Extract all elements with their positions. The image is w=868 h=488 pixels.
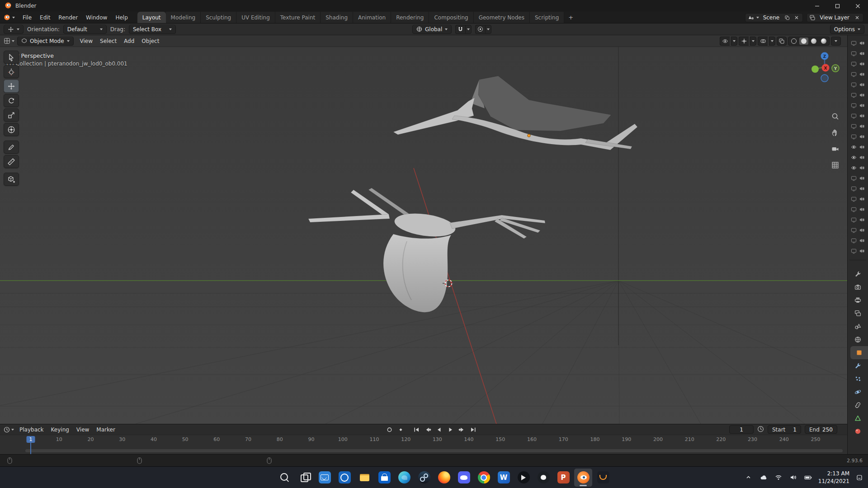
- maximize-button[interactable]: [827, 0, 848, 12]
- taskbar-icon-task-view[interactable]: [296, 469, 314, 487]
- snap-toggle-button[interactable]: [455, 25, 465, 34]
- taskbar-icon-blender[interactable]: [574, 469, 592, 487]
- viewport-canvas[interactable]: [0, 47, 847, 424]
- annotate-tool[interactable]: [4, 141, 19, 154]
- taskbar-icon-file-explorer[interactable]: [355, 469, 373, 487]
- remove-view-layer-button[interactable]: [854, 14, 861, 21]
- drag-dropdown[interactable]: Select Box: [129, 25, 176, 34]
- navigation-gizmo[interactable]: Y Z X: [807, 50, 842, 85]
- outliner-row[interactable]: [848, 69, 868, 80]
- unlink-scene-button[interactable]: [793, 14, 800, 21]
- 3d-viewport[interactable]: Object Mode ViewSelectAddObject: [0, 35, 847, 424]
- shading-wireframe-button[interactable]: [789, 38, 798, 45]
- outliner-row[interactable]: [848, 163, 868, 173]
- timeline-menu-marker[interactable]: Marker: [93, 427, 118, 433]
- taskbar-icon-github[interactable]: [534, 469, 552, 487]
- properties-tab-render[interactable]: [848, 281, 868, 294]
- active-tool-dropdown[interactable]: [4, 25, 24, 34]
- transform-orientation-dropdown[interactable]: Global: [412, 25, 452, 34]
- scene-selector[interactable]: Scene: [745, 13, 803, 22]
- auto-keying-toggle[interactable]: [384, 426, 395, 434]
- workspace-tab-layout[interactable]: Layout: [137, 12, 166, 23]
- hidden-icons-button[interactable]: [744, 473, 754, 483]
- timeline-menu-view[interactable]: View: [73, 427, 93, 433]
- outliner-row[interactable]: [848, 215, 868, 225]
- editor-type-button[interactable]: [4, 38, 14, 44]
- workspace-tab-sculpting[interactable]: Sculpting: [201, 12, 236, 23]
- select-box-tool[interactable]: [4, 51, 19, 64]
- outliner-row[interactable]: [848, 225, 868, 235]
- axis-neg-y-handle[interactable]: [811, 66, 819, 73]
- outliner-row[interactable]: [848, 194, 868, 204]
- properties-tab-view-layer[interactable]: [848, 307, 868, 320]
- battery-icon[interactable]: [803, 473, 813, 483]
- menu-help[interactable]: Help: [111, 12, 132, 23]
- current-frame-field[interactable]: 1: [729, 425, 754, 434]
- outliner-row[interactable]: [848, 142, 868, 152]
- viewport-menu-view[interactable]: View: [76, 35, 96, 47]
- taskbar-icon-photos[interactable]: [335, 469, 354, 487]
- outliner-row[interactable]: [848, 183, 868, 194]
- menu-file[interactable]: File: [19, 12, 36, 23]
- menu-edit[interactable]: Edit: [36, 12, 54, 23]
- workspace-tab-shading[interactable]: Shading: [321, 12, 353, 23]
- outliner-row[interactable]: [848, 80, 868, 90]
- taskbar-icon-chrome[interactable]: [475, 469, 493, 487]
- proportional-editing-toggle[interactable]: [475, 25, 485, 34]
- outliner-row[interactable]: [848, 131, 868, 142]
- measure-tool[interactable]: [4, 155, 19, 168]
- taskbar-icon-edge[interactable]: [395, 469, 413, 487]
- keying-set-button[interactable]: [396, 426, 406, 434]
- frame-end-field[interactable]: End 250: [805, 425, 837, 434]
- outliner-row[interactable]: [848, 173, 868, 183]
- gizmos-toggle[interactable]: [739, 37, 749, 46]
- properties-tab-constraints[interactable]: [848, 399, 868, 412]
- properties-tab-particles[interactable]: [848, 372, 868, 385]
- overlays-toggle[interactable]: [758, 37, 768, 46]
- onedrive-icon[interactable]: [759, 473, 769, 483]
- menu-window[interactable]: Window: [82, 12, 111, 23]
- properties-tab-world[interactable]: [848, 333, 868, 346]
- camera-view-button[interactable]: [830, 144, 840, 154]
- workspace-tab-rendering[interactable]: Rendering: [391, 12, 429, 23]
- volume-icon[interactable]: [788, 473, 798, 483]
- overlays-dropdown[interactable]: [769, 37, 775, 46]
- notification-center-button[interactable]: [854, 473, 864, 483]
- workspace-tab-compositing[interactable]: Compositing: [429, 12, 473, 23]
- previous-keyframe-button[interactable]: [423, 426, 433, 434]
- properties-tab-object-data[interactable]: [848, 412, 868, 425]
- frame-start-field[interactable]: Start 1: [768, 425, 801, 434]
- orthographic-toggle-button[interactable]: [830, 160, 840, 170]
- timeline-menu-playback[interactable]: Playback: [16, 427, 47, 433]
- outliner-row[interactable]: [848, 246, 868, 256]
- taskbar-icon-firefox[interactable]: [435, 469, 453, 487]
- shading-dropdown[interactable]: [831, 37, 841, 46]
- taskbar-icon-audacity[interactable]: [594, 469, 612, 487]
- timeline-scrub-area[interactable]: 1 10203040506070809010011012013014015016…: [0, 435, 847, 454]
- orientation-dropdown[interactable]: Default: [63, 25, 107, 34]
- properties-tab-tool[interactable]: [848, 267, 868, 281]
- properties-tab-modifiers[interactable]: [848, 359, 868, 372]
- scale-tool[interactable]: [4, 108, 19, 122]
- properties-tab-object[interactable]: [850, 346, 868, 359]
- rotate-tool[interactable]: [4, 94, 19, 107]
- workspace-tab-scripting[interactable]: Scripting: [530, 12, 564, 23]
- viewport-menu-select[interactable]: Select: [96, 35, 120, 47]
- xray-toggle[interactable]: [777, 37, 787, 46]
- workspace-tab-animation[interactable]: Animation: [353, 12, 391, 23]
- properties-tab-physics[interactable]: [848, 385, 868, 399]
- use-preview-range-button[interactable]: [757, 426, 764, 434]
- outliner-row[interactable]: [848, 90, 868, 100]
- new-scene-button[interactable]: [783, 14, 791, 21]
- next-keyframe-button[interactable]: [457, 426, 467, 434]
- properties-tab-scene[interactable]: [848, 320, 868, 333]
- transform-tool[interactable]: [4, 123, 19, 136]
- gizmos-dropdown[interactable]: [750, 37, 756, 46]
- properties-tab-material[interactable]: [848, 425, 868, 438]
- zoom-button[interactable]: [830, 111, 840, 121]
- taskbar-icon-word[interactable]: W: [495, 469, 513, 487]
- outliner-row[interactable]: [848, 121, 868, 131]
- taskbar-icon-unity[interactable]: [514, 469, 533, 487]
- outliner-row[interactable]: [848, 235, 868, 246]
- taskbar-icon-start[interactable]: [256, 469, 274, 487]
